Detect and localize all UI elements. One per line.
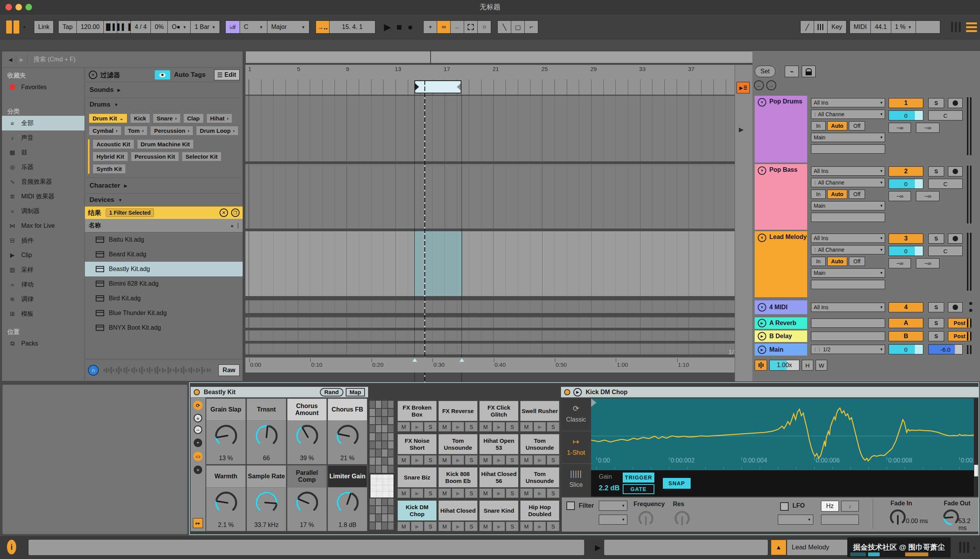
solo-button[interactable]: S — [928, 331, 944, 341]
cue-out-chooser[interactable]: ⋮⋮1/2▼ — [811, 345, 885, 354]
follow-button[interactable]: →‥ — [316, 20, 329, 34]
track-number-activator[interactable]: 2 — [889, 166, 923, 176]
list-item-file[interactable]: Beastly Kit.adg — [85, 262, 243, 276]
track-number-activator[interactable]: 4 — [889, 302, 923, 312]
pad-bank-cell[interactable] — [370, 401, 375, 408]
input-channel-chooser[interactable]: ⋮All Channe▼ — [811, 110, 885, 119]
loop-start-marker-icon[interactable] — [412, 358, 417, 362]
macro-value[interactable]: 17 % — [287, 522, 326, 529]
accidental-toggle-button[interactable]: ♭# — [225, 20, 240, 34]
save-variation-icon[interactable]: + — [194, 439, 202, 447]
drum-pad-hihat-closed[interactable]: Hihat ClosedM ▶ S — [438, 500, 478, 532]
lfo-rate-field[interactable] — [821, 515, 859, 525]
zoom-level-field[interactable]: 1.00x — [769, 360, 799, 371]
pad-bank-cell[interactable] — [370, 457, 375, 465]
pad-mute-button[interactable]: M — [438, 488, 451, 498]
filter-chip-kick[interactable]: Kick — [130, 113, 150, 123]
pad-mute-button[interactable]: M — [520, 522, 533, 531]
pad-bank-cell[interactable] — [388, 417, 394, 424]
pad-bank-cell[interactable] — [382, 498, 387, 505]
waveform-scroll-handle[interactable] — [974, 465, 978, 476]
filter-chip-percussion[interactable]: Percussion› — [150, 126, 193, 136]
record-button[interactable]: ● — [407, 22, 413, 32]
time-ruler[interactable]: 0:000:100:200:300:400:501:001:101:20 — [245, 357, 735, 373]
punch-in-button[interactable] — [464, 20, 478, 34]
pad-solo-button[interactable]: S — [506, 522, 519, 531]
input-type-chooser[interactable]: All Ins▼ — [811, 166, 885, 176]
track-color-block[interactable]: ▼Pop Bass — [755, 164, 807, 230]
pad-bank-cell[interactable] — [382, 466, 387, 473]
status-chevron-icon[interactable]: ▼ — [972, 546, 977, 551]
name-column-header[interactable]: 名称 ▲ | — [85, 219, 243, 232]
pad-bank-cell[interactable] — [382, 514, 387, 522]
input-type-chooser[interactable]: All Ins▼ — [811, 303, 885, 312]
waveform-scrollbar[interactable] — [974, 398, 978, 496]
variation-list-icon[interactable]: ≡ — [194, 466, 202, 474]
macro-state-icon[interactable]: ▭ — [193, 452, 203, 461]
pad-solo-button[interactable]: S — [424, 422, 437, 432]
send-b-field[interactable]: −∞ — [916, 123, 939, 133]
solo-button[interactable]: S — [928, 318, 944, 328]
lane-width-button[interactable]: W — [816, 360, 827, 371]
step-curve-icon[interactable]: ⌐ — [524, 20, 538, 34]
pad-play-button[interactable]: ▶ — [411, 455, 424, 465]
pad-play-button[interactable]: ▶ — [452, 422, 465, 432]
draw-mode-icon[interactable] — [6, 20, 12, 34]
draw-pencil-button[interactable]: ╱ — [800, 20, 814, 34]
track-name[interactable]: Pop Bass — [769, 166, 798, 173]
keyboard-scroll-bar[interactable] — [604, 540, 768, 555]
pad-bank-cell[interactable] — [370, 498, 375, 505]
pad-mute-button[interactable]: M — [520, 455, 533, 465]
list-item-file[interactable]: Beard Kit.adg — [85, 247, 243, 262]
preview-headphone-icon[interactable]: ∩ — [88, 365, 99, 376]
menu-icon[interactable] — [966, 22, 977, 32]
pad-solo-button[interactable]: S — [465, 522, 478, 531]
drum-pad-swell-rusher[interactable]: Swell RusherM ▶ S — [520, 401, 559, 432]
sidebar-item-13[interactable]: ≋调律 — [2, 292, 84, 307]
track-color-block[interactable]: ▼Lead Melody — [755, 231, 807, 297]
macro-value[interactable]: 1.8 dB — [328, 522, 367, 529]
volume-field[interactable]: 0 — [889, 179, 923, 189]
monitor-in-button[interactable]: In — [811, 121, 826, 130]
pad-name[interactable]: FX Reverse — [438, 401, 478, 421]
volume-field[interactable]: 0 — [889, 246, 923, 256]
pad-bank-cell[interactable] — [388, 449, 394, 457]
pad-bank-overview[interactable] — [370, 401, 395, 532]
arm-indicator-button[interactable]: ▲ — [771, 540, 786, 555]
pad-solo-button[interactable]: S — [465, 488, 478, 498]
sidebar-item-5[interactable]: ∿音频效果器 — [2, 174, 84, 189]
trigger-mode-button[interactable]: TRIGGER — [623, 473, 654, 483]
pad-bank-cell[interactable] — [376, 401, 381, 408]
pad-bank-cell[interactable] — [382, 457, 387, 465]
pad-mute-button[interactable]: M — [397, 488, 410, 498]
tempo-field[interactable]: 120.00 — [76, 20, 104, 34]
solo-button[interactable]: S — [928, 234, 944, 244]
pad-bank-cell[interactable] — [382, 441, 387, 449]
drum-pad-hihat-closed-56[interactable]: Hihat Closed 56M ▶ S — [479, 467, 519, 499]
sidebar-item-14[interactable]: ⊞模板 — [2, 307, 84, 321]
macro-value[interactable]: 66 — [247, 455, 286, 462]
pad-solo-button[interactable]: S — [424, 522, 437, 531]
drum-pad-tom-unsounde[interactable]: Tom UnsoundeM ▶ S — [438, 434, 478, 466]
monitor-in-button[interactable]: In — [811, 190, 826, 199]
pad-play-button[interactable]: ▶ — [411, 422, 424, 432]
pad-bank-cell[interactable] — [376, 441, 381, 449]
filter-selected-chip[interactable]: 1 Filter Selected — [106, 208, 154, 217]
macro-knob[interactable] — [206, 424, 245, 448]
send-a-field[interactable]: −∞ — [889, 258, 911, 268]
macro-knob[interactable] — [287, 491, 326, 515]
pad-solo-button[interactable]: S — [547, 488, 559, 498]
pad-mute-button[interactable]: M — [397, 522, 410, 531]
fade-out-value[interactable]: 53.2 ms — [958, 518, 978, 532]
track-color-block[interactable]: ▼Pop Drums — [755, 96, 807, 163]
track-play-fold-icon[interactable]: ▶ — [758, 346, 766, 354]
track-color-block[interactable]: ▶B Delay — [755, 330, 807, 342]
pad-bank-cell[interactable] — [388, 498, 394, 505]
track-lane-main[interactable] — [245, 344, 735, 356]
pad-bank-cell[interactable] — [370, 425, 375, 432]
filter-group-sounds[interactable]: Sounds▶ — [85, 82, 243, 98]
gate-mode-button[interactable]: GATE — [623, 484, 654, 494]
arm-button[interactable] — [948, 302, 963, 312]
quantize-value-menu[interactable]: 1 Bar▼ — [190, 20, 220, 34]
output-channel-chooser[interactable] — [811, 280, 885, 289]
